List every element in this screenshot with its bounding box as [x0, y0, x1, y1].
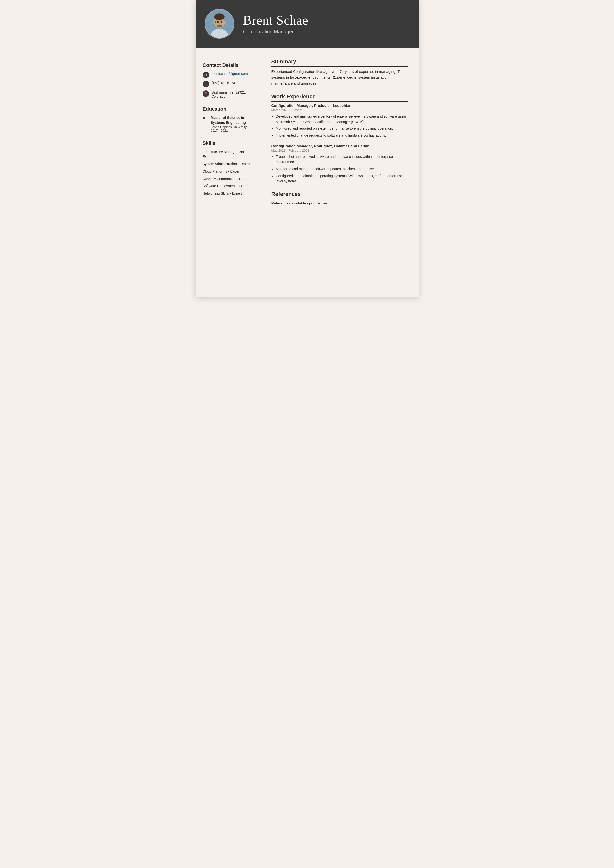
- job-1-bullet-2: Configured and maintained operating syst…: [276, 173, 408, 184]
- svg-point-10: [216, 21, 218, 23]
- email-link[interactable]: brentschae@gmail.com: [211, 71, 248, 76]
- email-item: ✉ brentschae@gmail.com: [203, 71, 256, 78]
- work-experience-section: Work Experience Configuration Manager, P…: [272, 93, 408, 184]
- address-item: 📍 Bashirianshire, 32921, Colorado: [203, 90, 256, 98]
- references-title: References: [272, 191, 408, 199]
- job-1-bullets: Troubleshot and resolved software and ha…: [272, 154, 408, 184]
- contact-section-title: Contact Details: [203, 62, 256, 68]
- summary-section: Summary Experienced Configuration Manage…: [272, 59, 408, 87]
- education-item: Master of Science in Systems Engineering…: [203, 115, 256, 132]
- address-line2: Colorado: [211, 95, 225, 98]
- address-line1: Bashirianshire, 32921,: [211, 90, 246, 95]
- svg-point-4: [214, 13, 225, 20]
- education-section: Education Master of Science in Systems E…: [203, 106, 256, 132]
- skill-item-2: Cloud Platforms - Expert: [203, 169, 256, 174]
- skill-item-1: System Administration - Expert: [203, 162, 256, 167]
- skill-item-5: Networking Skills - Expert: [203, 191, 256, 196]
- person-title: Configuration Manager: [243, 29, 407, 35]
- body-layout: Contact Details ✉ brentschae@gmail.com 📞…: [196, 48, 418, 222]
- edu-degree: Master of Science in Systems Engineering: [211, 115, 256, 125]
- address-text: Bashirianshire, 32921, Colorado: [211, 90, 246, 98]
- header-section: Brent Schae Configuration Manager: [196, 0, 418, 48]
- phone-item: 📞 (453) 182 6174: [203, 81, 256, 87]
- references-text: References available upon request: [272, 201, 408, 205]
- skill-item-0: Infrastructure Management - Expert: [203, 150, 256, 159]
- job-0-bullet-1: Monitored and reported on system perform…: [276, 126, 408, 132]
- main-content: Summary Experienced Configuration Manage…: [263, 48, 418, 222]
- job-0-bullet-0: Developed and maintained inventory of en…: [276, 114, 408, 124]
- summary-text: Experienced Configuration Manager with 7…: [272, 68, 408, 87]
- job-0-title: Configuration Manager, Predovic - Leusch…: [272, 104, 408, 108]
- email-icon: ✉: [203, 71, 209, 78]
- skill-item-3: Server Maintenance - Expert: [203, 177, 256, 181]
- references-section: References References available upon req…: [272, 191, 408, 205]
- job-0-date: March 2023 - Present: [272, 108, 408, 112]
- job-0-bullet-2: Implemented change requests to software …: [276, 133, 408, 138]
- edu-school: Johns Hopkins University: [211, 125, 256, 129]
- skills-section-title: Skills: [203, 140, 256, 146]
- header-info: Brent Schae Configuration Manager: [243, 13, 407, 35]
- education-section-title: Education: [203, 106, 256, 112]
- skills-section: Skills Infrastructure Management - Exper…: [203, 140, 256, 196]
- job-1-bullet-0: Troubleshot and resolved software and ha…: [276, 154, 408, 165]
- svg-point-2: [212, 29, 226, 39]
- edu-years: 2017 - 2021: [211, 129, 256, 132]
- job-1-date: May 2021 - February 2023: [272, 149, 408, 152]
- svg-point-12: [219, 23, 220, 25]
- svg-point-5: [213, 21, 216, 24]
- job-1-bullet-1: Monitored and managed software updates, …: [276, 166, 408, 172]
- resume-document: Brent Schae Configuration Manager Contac…: [196, 0, 418, 297]
- edu-bullet-icon: [203, 116, 205, 119]
- job-1-title: Configuration Manager, Rodriguez, Hammes…: [272, 144, 408, 148]
- work-experience-title: Work Experience: [272, 93, 408, 101]
- avatar: [205, 9, 234, 39]
- person-name: Brent Schae: [243, 13, 407, 28]
- job-0-bullets: Developed and maintained inventory of en…: [272, 114, 408, 138]
- sidebar: Contact Details ✉ brentschae@gmail.com 📞…: [196, 48, 263, 222]
- summary-title: Summary: [272, 59, 408, 67]
- job-0: Configuration Manager, Predovic - Leusch…: [272, 104, 408, 138]
- phone-text: (453) 182 6174: [211, 81, 235, 85]
- phone-icon: 📞: [203, 81, 209, 87]
- skill-item-4: Software Deployment - Expert: [203, 184, 256, 189]
- contact-section: Contact Details ✉ brentschae@gmail.com 📞…: [203, 62, 256, 98]
- job-1: Configuration Manager, Rodriguez, Hammes…: [272, 144, 408, 184]
- svg-point-6: [224, 21, 226, 24]
- svg-point-11: [221, 21, 222, 23]
- location-icon: 📍: [203, 90, 209, 97]
- edu-content: Master of Science in Systems Engineering…: [208, 115, 256, 132]
